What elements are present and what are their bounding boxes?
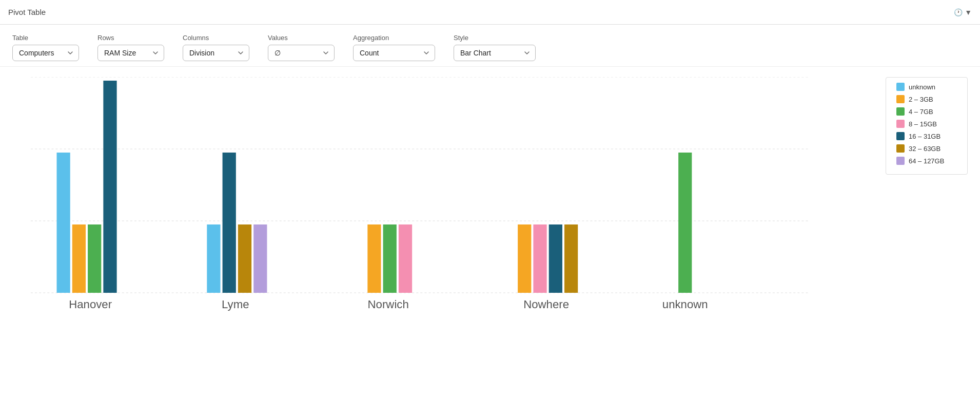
history-icon: 🕐 (954, 8, 963, 16)
svg-rect-25 (564, 224, 578, 293)
svg-rect-23 (533, 224, 546, 293)
style-select[interactable]: Bar Chart (454, 45, 536, 61)
legend-color-swatch (896, 132, 905, 140)
chart-area: 0 1 2 3 Hanover (0, 67, 980, 349)
svg-text:Nowhere: Nowhere (523, 298, 569, 311)
table-label: Table (12, 34, 79, 42)
legend-color-swatch (896, 157, 905, 165)
chart-svg-wrap: 0 1 2 3 Hanover (31, 77, 886, 324)
controls-bar: Table Computers Rows RAM Size Columns Di… (0, 25, 980, 67)
svg-rect-18 (367, 224, 381, 293)
history-button[interactable]: 🕐 ▼ (954, 8, 972, 16)
svg-rect-14 (223, 153, 236, 293)
columns-control: Columns Division (183, 34, 249, 61)
svg-rect-27 (678, 153, 692, 293)
style-control: Style Bar Chart (454, 34, 536, 61)
aggregation-select[interactable]: Count (353, 45, 435, 61)
svg-rect-16 (253, 224, 267, 293)
svg-rect-8 (56, 153, 70, 293)
history-dropdown-arrow: ▼ (965, 8, 972, 16)
legend-item-label: 32 – 63GB (909, 145, 940, 153)
style-label: Style (454, 34, 536, 42)
svg-rect-10 (88, 224, 101, 293)
svg-rect-24 (549, 224, 562, 293)
svg-rect-22 (518, 224, 531, 293)
rows-control: Rows RAM Size (97, 34, 164, 61)
legend-item-label: 8 – 15GB (909, 120, 937, 128)
table-control: Table Computers (12, 34, 79, 61)
legend-item: 64 – 127GB (896, 157, 962, 165)
legend-item: 8 – 15GB (896, 120, 962, 128)
rows-label: Rows (97, 34, 164, 42)
svg-text:Hanover: Hanover (69, 298, 112, 311)
bar-chart: 0 1 2 3 Hanover (31, 77, 886, 324)
svg-text:unknown: unknown (662, 298, 708, 311)
legend-item: unknown (896, 83, 962, 91)
columns-label: Columns (183, 34, 249, 42)
legend-item: 4 – 7GB (896, 107, 962, 116)
legend-item-label: 64 – 127GB (909, 157, 944, 165)
aggregation-label: Aggregation (353, 34, 435, 42)
columns-select[interactable]: Division (183, 45, 249, 61)
legend-color-swatch (896, 144, 905, 153)
svg-text:Norwich: Norwich (368, 298, 409, 311)
aggregation-control: Aggregation Count (353, 34, 435, 61)
chart-legend: unknown2 – 3GB4 – 7GB8 – 15GB16 – 31GB32… (886, 77, 968, 175)
svg-rect-20 (399, 224, 412, 293)
svg-rect-11 (103, 81, 116, 293)
table-select[interactable]: Computers (12, 45, 79, 61)
values-label: Values (268, 34, 335, 42)
title-bar: Pivot Table 🕐 ▼ (0, 0, 980, 25)
legend-item: 2 – 3GB (896, 95, 962, 103)
chart-container: 0 1 2 3 Hanover (5, 72, 886, 344)
legend-color-swatch (896, 107, 905, 116)
svg-text:Lyme: Lyme (222, 298, 249, 311)
svg-rect-13 (207, 224, 220, 293)
legend-item-label: 4 – 7GB (909, 108, 933, 116)
svg-rect-19 (383, 224, 397, 293)
svg-rect-15 (238, 224, 251, 293)
legend-item-label: unknown (909, 83, 935, 91)
legend-color-swatch (896, 83, 905, 91)
legend-item: 32 – 63GB (896, 144, 962, 153)
svg-rect-9 (72, 224, 86, 293)
rows-select[interactable]: RAM Size (97, 45, 164, 61)
values-select[interactable]: ∅ (268, 45, 335, 61)
legend-item-label: 16 – 31GB (909, 133, 940, 140)
page-title: Pivot Table (8, 8, 46, 16)
legend-color-swatch (896, 120, 905, 128)
legend-item-label: 2 – 3GB (909, 96, 933, 103)
legend-color-swatch (896, 95, 905, 103)
legend-item: 16 – 31GB (896, 132, 962, 140)
values-control: Values ∅ (268, 34, 335, 61)
